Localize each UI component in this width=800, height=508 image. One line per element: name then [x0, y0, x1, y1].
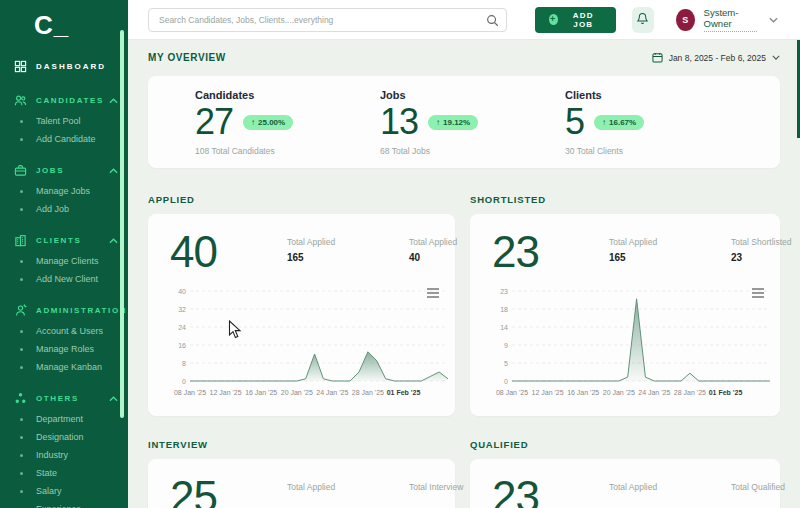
sidebar-item-add-new-client[interactable]: Add New Client	[0, 270, 128, 288]
sidebar-item-clients[interactable]: CLIENTS	[0, 229, 128, 252]
sidebar-scrollbar[interactable]	[120, 30, 124, 418]
chart-block-shortlisted: SHORTLISTED23Total Applied165Total Short…	[470, 194, 780, 416]
chevron-down-icon[interactable]	[769, 17, 778, 23]
chart-card-interview: 25Total AppliedTotal Interview	[148, 459, 455, 508]
search-icon[interactable]	[486, 13, 499, 26]
stat-value: 13	[380, 104, 418, 140]
sidebar-section-dashboard: DASHBOARD	[0, 55, 128, 78]
svg-text:32: 32	[178, 305, 186, 312]
change-badge: ↑19.12%	[428, 115, 478, 130]
chart-plot-shortlisted: 05914182308 Jan '2512 Jan '2516 Jan '252…	[492, 285, 768, 403]
bullet-icon	[20, 472, 23, 475]
chart-stat: Total Applied	[609, 476, 709, 497]
page-title: MY OVERVIEW	[148, 52, 226, 63]
svg-text:40: 40	[178, 287, 186, 294]
sidebar-item-label: Industry	[36, 450, 68, 460]
chart-section-title: INTERVIEW	[148, 439, 455, 450]
date-range-picker[interactable]: Jan 8, 2025 - Feb 6, 2025	[652, 52, 780, 63]
sidebar-section-others: OTHERSDepartmentDesignationIndustryState…	[0, 387, 128, 508]
sidebar-item-experience[interactable]: Experience	[0, 500, 128, 508]
chart-big-value: 23	[492, 231, 587, 273]
sidebar-item-label: Manage Kanban	[36, 362, 102, 372]
chart-menu-icon[interactable]	[427, 284, 439, 294]
svg-text:16 Jan '25: 16 Jan '25	[567, 389, 599, 396]
sidebar-item-label: State	[36, 468, 57, 478]
sidebar-item-add-job[interactable]: Add Job	[0, 200, 128, 218]
sidebar-item-salary[interactable]: Salary	[0, 482, 128, 500]
sidebar-item-jobs[interactable]: JOBS	[0, 159, 128, 182]
bell-icon	[636, 11, 649, 29]
user-menu[interactable]: System-Owner	[704, 7, 757, 32]
add-job-label: ADD JOB	[565, 11, 602, 29]
svg-text:01 Feb '25: 01 Feb '25	[709, 389, 743, 396]
search-input[interactable]	[148, 8, 507, 32]
svg-text:8: 8	[182, 359, 186, 366]
app-root: C_ DASHBOARDCANDIDATESTalent PoolAdd Can…	[0, 0, 800, 508]
sidebar-nav: DASHBOARDCANDIDATESTalent PoolAdd Candid…	[0, 55, 128, 508]
stat-title: Clients	[565, 89, 750, 101]
bullet-icon	[20, 418, 23, 421]
chevron-up-icon	[109, 168, 118, 174]
sidebar-section-label: JOBS	[36, 166, 64, 175]
sidebar-item-label: Manage Clients	[36, 256, 99, 266]
stat-title: Jobs	[380, 89, 565, 101]
sidebar-section-clients: CLIENTSManage ClientsAdd New Client	[0, 229, 128, 288]
add-job-button[interactable]: + ADD JOB	[535, 7, 616, 33]
avatar[interactable]: S	[676, 9, 695, 31]
stat-total: 68 Total Jobs	[380, 146, 565, 156]
svg-text:16 Jan '25: 16 Jan '25	[245, 389, 277, 396]
sidebar-item-manage-kanban[interactable]: Manage Kanban	[0, 358, 128, 376]
overview-header: MY OVERVIEW Jan 8, 2025 - Feb 6, 2025	[148, 52, 780, 63]
stat-total: 30 Total Clients	[565, 146, 750, 156]
chart-stat-value: 165	[287, 252, 387, 263]
sidebar-item-manage-roles[interactable]: Manage Roles	[0, 340, 128, 358]
sidebar-section-candidates: CANDIDATESTalent PoolAdd Candidate	[0, 89, 128, 148]
sidebar-section-label: DASHBOARD	[36, 62, 106, 71]
svg-text:24 Jan '25: 24 Jan '25	[638, 389, 670, 396]
chart-stat-label: Total Applied	[287, 237, 387, 247]
svg-text:12 Jan '25: 12 Jan '25	[532, 389, 564, 396]
sidebar-item-candidates[interactable]: CANDIDATES	[0, 89, 128, 112]
svg-text:14: 14	[500, 323, 508, 330]
svg-text:08 Jan '25: 08 Jan '25	[496, 389, 528, 396]
sidebar-item-label: Talent Pool	[36, 116, 81, 126]
sidebar: C_ DASHBOARDCANDIDATESTalent PoolAdd Can…	[0, 0, 128, 508]
svg-text:20 Jan '25: 20 Jan '25	[603, 389, 635, 396]
notifications-button[interactable]	[632, 7, 654, 33]
sidebar-item-state[interactable]: State	[0, 464, 128, 482]
stat-value: 5	[565, 104, 584, 140]
sidebar-item-manage-jobs[interactable]: Manage Jobs	[0, 182, 128, 200]
search-wrap	[148, 8, 507, 32]
chart-stat: Total Applied	[287, 476, 387, 497]
chart-stat: Total Shortlisted23	[731, 231, 800, 263]
sidebar-item-others[interactable]: OTHERS	[0, 387, 128, 410]
sidebar-item-manage-clients[interactable]: Manage Clients	[0, 252, 128, 270]
building-icon	[14, 234, 27, 247]
sidebar-item-account-users[interactable]: Account & Users	[0, 322, 128, 340]
area-chart-shortlisted: 05914182308 Jan '2512 Jan '2516 Jan '252…	[492, 285, 775, 403]
overview-stat-jobs: Jobs13↑19.12%68 Total Jobs	[380, 89, 565, 168]
sidebar-item-label: Manage Roles	[36, 344, 94, 354]
sidebar-item-label: Salary	[36, 486, 62, 496]
chart-stat-value: 165	[609, 252, 709, 263]
chart-card-shortlisted: 23Total Applied165Total Shortlisted23059…	[470, 214, 780, 416]
people-icon	[14, 94, 27, 107]
chart-block-interview: INTERVIEW25Total AppliedTotal Interview	[148, 439, 455, 508]
svg-text:0: 0	[504, 377, 508, 384]
main-content: MY OVERVIEW Jan 8, 2025 - Feb 6, 2025 Ca…	[128, 40, 800, 508]
sidebar-item-dashboard[interactable]: DASHBOARD	[0, 55, 128, 78]
arrow-up-icon: ↑	[251, 118, 255, 127]
sidebar-item-department[interactable]: Department	[0, 410, 128, 428]
chart-stat-label: Total Shortlisted	[731, 237, 800, 247]
sidebar-item-talent-pool[interactable]: Talent Pool	[0, 112, 128, 130]
chart-menu-icon[interactable]	[752, 284, 764, 294]
sidebar-item-designation[interactable]: Designation	[0, 428, 128, 446]
sidebar-item-industry[interactable]: Industry	[0, 446, 128, 464]
chart-stat-label: Total Applied	[287, 482, 387, 492]
sidebar-item-add-candidate[interactable]: Add Candidate	[0, 130, 128, 148]
svg-text:0: 0	[182, 377, 186, 384]
briefcase-icon	[14, 164, 27, 177]
chevron-up-icon	[109, 98, 118, 104]
sidebar-item-administration[interactable]: ADMINISTRATION	[0, 299, 128, 322]
sidebar-section-label: ADMINISTRATION	[36, 306, 127, 315]
